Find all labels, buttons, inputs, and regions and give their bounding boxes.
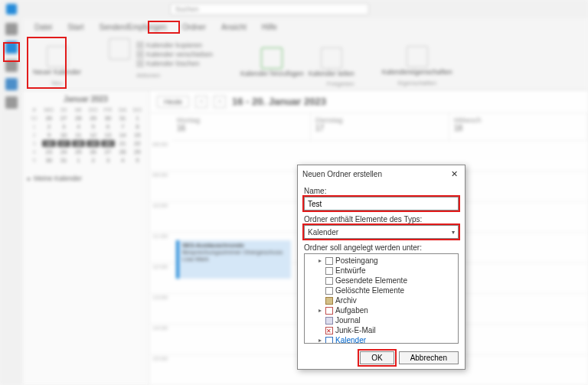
date-cell[interactable]: 1 — [72, 157, 85, 164]
tree-node-entw-rfe[interactable]: Entwürfe — [306, 266, 456, 276]
date-cell[interactable]: 4 — [72, 123, 85, 130]
tree-label: Journal — [335, 315, 361, 325]
copy-calendar[interactable]: Kalender kopieren — [136, 41, 213, 49]
tab-view[interactable]: Ansicht — [217, 21, 250, 33]
date-cell[interactable]: 31 — [57, 157, 70, 164]
tab-start[interactable]: Start — [64, 21, 87, 33]
dialog-close-button[interactable]: ✕ — [448, 168, 460, 180]
type-select[interactable]: Kalender ▾ — [304, 225, 459, 239]
date-cell[interactable]: 14 — [116, 132, 129, 139]
date-cell[interactable]: 19 — [87, 140, 100, 147]
cal-icon — [325, 337, 333, 344]
date-cell[interactable]: 1 — [28, 123, 41, 130]
today-button[interactable]: Heute — [157, 96, 189, 108]
folder-tree[interactable]: ▸PosteingangEntwürfeGesendete ElementeGe… — [304, 253, 459, 344]
date-cell[interactable]: 24 — [57, 148, 70, 155]
tree-node-aufgaben[interactable]: ▸Aufgaben — [306, 305, 456, 315]
date-cell[interactable]: 10 — [57, 132, 70, 139]
calendar-rail-icon[interactable] — [5, 41, 18, 54]
date-cell[interactable]: 20 — [101, 140, 114, 147]
day-number: 17 — [315, 124, 444, 132]
date-cell[interactable]: 5 — [131, 157, 144, 164]
date-cell[interactable]: 3 — [101, 157, 114, 164]
date-cell[interactable]: 3 — [57, 123, 70, 130]
date-cell[interactable]: 18 — [72, 140, 85, 147]
date-cell[interactable]: 22 — [131, 140, 144, 147]
date-cell[interactable]: 26 — [42, 115, 55, 122]
tree-node-journal[interactable]: Journal — [306, 315, 456, 325]
date-cell[interactable]: 4 — [28, 148, 41, 155]
tree-node-kalender[interactable]: ▸Kalender — [306, 335, 456, 344]
date-cell[interactable]: 52 — [28, 115, 41, 122]
date-cell[interactable]: 29 — [87, 115, 100, 122]
date-cell[interactable]: 2 — [28, 132, 41, 139]
type-label: Ordner enthält Elemente des Typs: — [304, 215, 459, 223]
cancel-button[interactable]: Abbrechen — [399, 351, 459, 364]
tree-node-gesendete-elemente[interactable]: Gesendete Elemente — [306, 276, 456, 285]
tree-node-archiv[interactable]: Archiv — [306, 295, 456, 305]
date-cell[interactable]: 28 — [72, 115, 85, 122]
day-column: Montag16 — [172, 113, 311, 140]
date-cell[interactable]: 30 — [101, 115, 114, 122]
task-icon — [325, 307, 333, 315]
date-cell[interactable]: 2 — [42, 123, 55, 130]
ok-button[interactable]: OK — [360, 351, 394, 364]
share-calendar-label[interactable]: Kalender teilen — [309, 70, 354, 78]
add-calendar-icon — [261, 47, 283, 69]
date-cell[interactable]: 31 — [116, 115, 129, 122]
ribbon-new-calendar[interactable]: Neuer Kalender Neu — [27, 35, 87, 90]
tree-node-junk-e-mail[interactable]: Junk-E-Mail — [306, 325, 456, 335]
date-cell[interactable]: 17 — [57, 140, 70, 147]
date-cell[interactable]: 27 — [101, 148, 114, 155]
calendar-event[interactable]: SE3-Austauschrunde Besprechungszimmer Ob… — [176, 240, 291, 279]
tree-node-gel-schte-elemente[interactable]: Gelöschte Elemente — [306, 285, 456, 295]
ribbon-properties[interactable]: Kalendereigenschaften Eigenschaften — [376, 35, 459, 90]
add-calendar-label[interactable]: Kalender hinzufügen — [240, 70, 304, 78]
date-cell[interactable]: 4 — [116, 157, 129, 164]
tree-node-posteingang[interactable]: ▸Posteingang — [306, 256, 456, 266]
date-cell[interactable]: 21 — [116, 140, 129, 147]
tab-file[interactable]: Datei — [31, 21, 56, 33]
date-cell[interactable]: 30 — [42, 157, 55, 164]
more-icon[interactable] — [5, 96, 18, 109]
date-cell[interactable]: 12 — [87, 132, 100, 139]
date-cell[interactable]: 3 — [28, 140, 41, 147]
date-cell[interactable]: 27 — [57, 115, 70, 122]
dow-cell: MO — [42, 106, 55, 113]
date-cell[interactable]: 29 — [131, 148, 144, 155]
date-cell[interactable]: 8 — [131, 123, 144, 130]
day-number: 18 — [454, 124, 583, 132]
date-cell[interactable]: 13 — [101, 132, 114, 139]
date-cell[interactable]: 9 — [42, 132, 55, 139]
tree-twisty: ▸ — [317, 305, 323, 315]
date-cell[interactable]: 2 — [87, 157, 100, 164]
date-cell[interactable]: 25 — [72, 148, 85, 155]
date-cell[interactable]: 26 — [87, 148, 100, 155]
date-cell[interactable]: 28 — [116, 148, 129, 155]
date-cell[interactable]: 6 — [101, 123, 114, 130]
date-cell[interactable]: 5 — [28, 157, 41, 164]
tab-folder[interactable]: Ordner — [178, 21, 210, 33]
tab-help[interactable]: Hilfe — [258, 21, 281, 33]
date-cell[interactable]: 16 — [42, 140, 55, 147]
move-calendar[interactable]: Kalender verschieben — [136, 51, 213, 58]
tasks-icon[interactable] — [5, 78, 18, 90]
next-week-button[interactable]: › — [214, 96, 226, 108]
date-cell[interactable]: 1 — [131, 115, 144, 122]
trash-icon — [325, 287, 333, 295]
delete-calendar[interactable]: Kalender löschen — [136, 60, 213, 67]
prev-week-button[interactable]: ‹ — [195, 96, 207, 108]
date-cell[interactable]: 7 — [116, 123, 129, 130]
archive-icon — [325, 297, 333, 305]
date-cell[interactable]: 15 — [131, 132, 144, 139]
name-input[interactable] — [304, 197, 459, 210]
people-icon[interactable] — [5, 60, 18, 72]
new-folder-dialog: Neuen Ordner erstellen ✕ Name: Ordner en… — [297, 165, 466, 370]
my-calendars[interactable]: Meine Kalender — [28, 175, 144, 182]
mail-icon[interactable] — [5, 23, 18, 35]
date-cell[interactable]: 23 — [42, 148, 55, 155]
date-cell[interactable]: 11 — [72, 132, 85, 139]
tab-send-receive[interactable]: Senden/Empfangen — [95, 21, 170, 33]
search-input[interactable]: Suchen — [170, 3, 369, 15]
date-cell[interactable]: 5 — [87, 123, 100, 130]
